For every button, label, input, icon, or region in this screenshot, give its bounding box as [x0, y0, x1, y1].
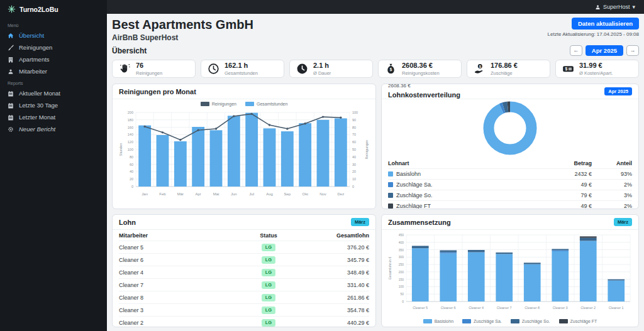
composition-panel-title: Zusammensetzung [388, 219, 451, 226]
kpi-card-reinigungen: 76Reinigungen [112, 60, 196, 78]
mitarbeiter-name: Cleaner 2 [119, 320, 231, 326]
svg-text:Jun: Jun [231, 192, 237, 196]
page-subtitle: AirBnB SuperHost [112, 33, 253, 42]
lohn-table: Mitarbeiter Status Gesamtlohn Cleaner 5L… [113, 230, 375, 327]
next-month-button[interactable]: → [626, 45, 639, 56]
sidebar-item-label: Mitarbeiter [19, 68, 47, 75]
svg-text:80: 80 [130, 155, 133, 159]
sidebar-item-label: Letzter Monat [19, 114, 55, 121]
clock-filled-icon [296, 63, 308, 75]
svg-text:Stunden: Stunden [119, 143, 123, 156]
table-row: Zuschläge Sa. 49 € 2% [388, 180, 632, 190]
gesamtlohn-value: 348.49 € [306, 269, 369, 276]
svg-text:70: 70 [352, 133, 356, 136]
svg-text:90: 90 [352, 118, 356, 122]
anteil-value: 3% [592, 192, 632, 198]
status-badge: LG [262, 319, 275, 327]
table-row: Cleaner 6LG345.79 € [119, 254, 369, 266]
sidebar: Turno2LoBu Menü Übersicht Reinigungen Ap… [0, 0, 107, 331]
svg-text:Cleaner 7: Cleaner 7 [497, 306, 512, 310]
kpi-value: 2.1 h [313, 62, 331, 70]
kpi-card-kosten-apart: $ 31.99 €Ø Kosten/Apart. [555, 60, 639, 78]
svg-text:60: 60 [352, 140, 356, 144]
sidebar-item-neuer-bericht[interactable]: Neuer Bericht [0, 123, 107, 135]
kpi-value: 162.1 h [225, 62, 258, 70]
monthly-chart-title: Reinigungen pro Monat [119, 88, 196, 95]
sidebar-item-reinigungen[interactable]: Reinigungen [0, 41, 107, 53]
svg-text:Cleaner 1: Cleaner 1 [609, 306, 624, 310]
kpi-card-dauer: 2.1 hØ Dauer [289, 60, 373, 78]
anteil-value: 2% [592, 182, 632, 188]
refresh-data-button[interactable]: Daten aktualisieren [572, 18, 639, 30]
legend-label: Basislohn [435, 319, 453, 323]
column-header: Lohnart [388, 160, 535, 166]
user-menu[interactable]: SuperHost [603, 4, 630, 10]
svg-text:50: 50 [400, 292, 404, 296]
sidebar-item-letzte-30-tage[interactable]: Letzte 30 Tage [0, 99, 107, 111]
svg-text:0: 0 [352, 185, 354, 188]
broom-icon [8, 45, 14, 51]
series-swatch [388, 193, 393, 198]
legend-label: Zuschläge So. [522, 319, 550, 323]
charts-row: Reinigungen pro Monat Reinigungen Gesamt… [112, 84, 639, 209]
sidebar-item-aktueller-monat[interactable]: Aktueller Monat [0, 87, 107, 99]
composition-panel: Zusammensetzung März 0501001502002503003… [381, 214, 639, 327]
mitarbeiter-name: Cleaner 5 [119, 244, 231, 251]
money-bag-icon: $ [385, 63, 397, 75]
section-title: Übersicht [112, 46, 147, 55]
sidebar-item-uebersicht[interactable]: Übersicht [0, 30, 107, 41]
prev-month-button[interactable]: ← [570, 45, 582, 56]
svg-text:400: 400 [399, 241, 404, 244]
banknote-icon: $ [562, 63, 574, 75]
svg-text:160: 160 [128, 126, 133, 129]
lohnart-label: Zuschläge Sa. [396, 182, 433, 188]
column-header: Status [231, 232, 306, 239]
svg-text:10: 10 [352, 177, 356, 181]
legend-label: Gesamtstunden [257, 102, 287, 106]
table-row: Cleaner 2LG440.29 € [119, 317, 369, 327]
table-row: Zuschläge FT 49 € 2% [388, 201, 632, 209]
kpi-label: Ø Dauer [313, 70, 331, 76]
svg-text:Mai: Mai [213, 192, 219, 196]
sidebar-item-apartments[interactable]: Apartments [0, 53, 107, 65]
svg-text:40: 40 [352, 155, 356, 159]
kpi-value: 31.99 € [579, 62, 613, 70]
page-title: Best Apartments GmbH [112, 18, 253, 32]
sidebar-item-letzter-monat[interactable]: Letzter Monat [0, 111, 107, 123]
legend-swatch [201, 102, 209, 106]
user-icon [595, 4, 601, 10]
svg-text:Nov: Nov [319, 192, 326, 196]
column-header: Mitarbeiter [119, 232, 231, 239]
current-month-button[interactable]: Apr 2025 [586, 45, 623, 56]
hand-coin-icon: $ [474, 63, 486, 75]
svg-text:80: 80 [352, 126, 356, 129]
brand: Turno2LoBu [0, 0, 107, 19]
svg-text:120: 120 [128, 140, 133, 144]
table-row: Basislohn 2432 € 93% [388, 169, 632, 180]
calendar-icon [8, 102, 14, 109]
kpi-value: 176.86 € [491, 62, 518, 70]
svg-text:Aug: Aug [266, 192, 273, 196]
home-icon [8, 33, 14, 39]
cost-total-amount: 2608.36 € [388, 84, 460, 89]
sidebar-item-mitarbeiter[interactable]: Mitarbeiter [0, 65, 107, 77]
person-icon [8, 68, 14, 75]
status-badge: LG [262, 307, 275, 314]
topbar: SuperHost ▾ [107, 0, 644, 14]
svg-text:Cleaner 3: Cleaner 3 [553, 306, 568, 310]
series-swatch [388, 203, 393, 209]
lohnart-label: Basislohn [396, 171, 421, 177]
svg-text:350: 350 [399, 248, 404, 252]
table-row: Cleaner 7LG331.40 € [119, 279, 369, 291]
svg-text:Jan: Jan [142, 192, 148, 196]
section-row: Übersicht ← Apr 2025 → [112, 45, 639, 56]
svg-text:Mär: Mär [177, 192, 184, 196]
clock-outline-icon [208, 63, 219, 75]
kpi-value: 2608.36 € [402, 62, 440, 70]
kpi-label: Reinigungen [136, 70, 162, 76]
svg-text:Jul: Jul [249, 192, 254, 196]
svg-text:Apr: Apr [195, 192, 201, 196]
cost-table: Lohnart Betrag Anteil Basislohn 2432 € 9… [382, 158, 638, 209]
svg-text:Cleaner 4: Cleaner 4 [469, 306, 484, 310]
kpi-label: Reinigungskosten [402, 70, 440, 76]
